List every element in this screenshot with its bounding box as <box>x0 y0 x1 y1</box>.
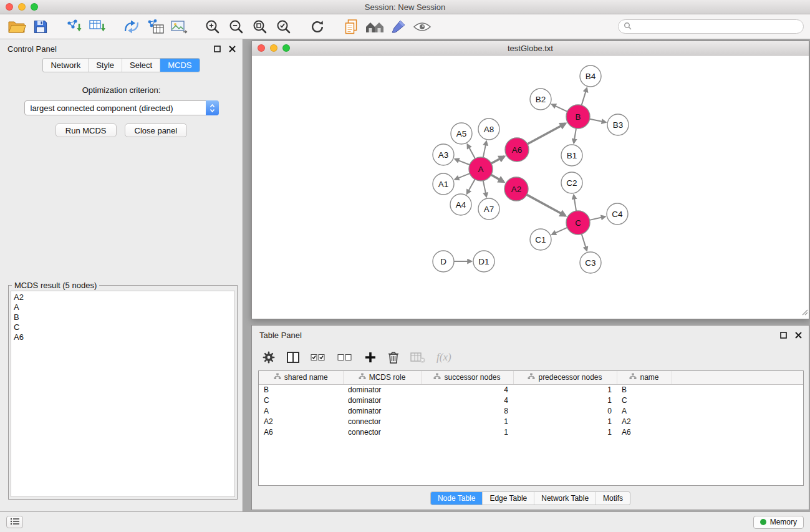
delete-row-icon[interactable] <box>388 351 399 364</box>
gear-icon[interactable] <box>262 351 276 364</box>
column-header-MCDS-role[interactable]: MCDS role <box>343 371 421 384</box>
network-window-titlebar[interactable]: testGlobe.txt <box>252 41 809 56</box>
node-A[interactable]: A <box>469 157 493 181</box>
duplicate-button[interactable] <box>339 16 363 37</box>
edge-A-A1[interactable] <box>455 173 470 180</box>
add-row-icon[interactable] <box>364 351 377 364</box>
search-field[interactable] <box>618 19 804 34</box>
table-tab-edge-table[interactable]: Edge Table <box>483 492 534 505</box>
network-canvas[interactable]: B4B2BB3A8A5A6B1A3AC2A1A2A4A7CC4C1C3DD1 <box>252 56 809 319</box>
zoom-selected-button[interactable] <box>272 16 296 37</box>
open-session-button[interactable] <box>5 16 29 37</box>
tab-select[interactable]: Select <box>122 59 160 72</box>
select-all-icon[interactable] <box>311 353 326 362</box>
search-input[interactable] <box>635 22 798 32</box>
tab-style[interactable]: Style <box>89 59 122 72</box>
edge-B-B2[interactable] <box>552 104 567 112</box>
node-A2[interactable]: A2 <box>504 177 528 201</box>
node-B3[interactable]: B3 <box>607 114 629 135</box>
node-B[interactable]: B <box>566 105 590 128</box>
criterion-dropdown[interactable]: largest connected component (directed) <box>24 100 219 115</box>
node-A4[interactable]: A4 <box>450 194 471 215</box>
close-panel-icon[interactable] <box>228 44 236 53</box>
edge-B-B1[interactable] <box>574 128 576 143</box>
zoom-out-button[interactable] <box>224 16 248 37</box>
edge-A-A3[interactable] <box>455 159 470 165</box>
node-A6[interactable]: A6 <box>505 138 529 162</box>
deselect-all-icon[interactable] <box>337 353 353 362</box>
run-mcds-button[interactable]: Run MCDS <box>55 123 117 137</box>
edge-A-A8[interactable] <box>483 142 486 158</box>
float-table-panel-icon[interactable] <box>779 331 788 339</box>
node-B1[interactable]: B1 <box>561 145 582 166</box>
export-image-button[interactable] <box>167 16 191 37</box>
column-header-name[interactable]: name <box>617 371 672 384</box>
save-session-button[interactable] <box>29 16 52 37</box>
import-table-button[interactable] <box>86 16 110 37</box>
close-table-panel-icon[interactable] <box>794 331 803 339</box>
node-D1[interactable]: D1 <box>473 251 494 272</box>
column-header-predecessor-nodes[interactable]: predecessor nodes <box>513 371 617 384</box>
node-B4[interactable]: B4 <box>580 65 601 87</box>
edge-A-A2[interactable] <box>491 175 504 181</box>
zoom-fit-button[interactable] <box>248 16 272 37</box>
edge-A-A7[interactable] <box>483 181 486 197</box>
import-network-button[interactable] <box>62 16 86 37</box>
table-row[interactable]: Cdominator41C <box>259 395 803 405</box>
eye-button[interactable] <box>410 16 434 37</box>
mcds-result-item[interactable]: A2 <box>14 293 232 302</box>
column-header-successor-nodes[interactable]: successor nodes <box>421 371 513 384</box>
mcds-result-item[interactable]: B <box>14 312 232 322</box>
node-C2[interactable]: C2 <box>561 172 582 193</box>
edge-C-C1[interactable] <box>552 228 567 235</box>
edge-A-A6[interactable] <box>491 157 504 163</box>
resize-grip-icon[interactable] <box>801 307 808 318</box>
refresh-button[interactable] <box>306 16 329 37</box>
tab-mcds[interactable]: MCDS <box>160 59 199 72</box>
mcds-result-list[interactable]: A2ABCA6 <box>11 291 235 497</box>
network-and-table-button[interactable] <box>143 16 167 37</box>
node-B2[interactable]: B2 <box>530 89 551 110</box>
node-C[interactable]: C <box>566 211 590 235</box>
node-C3[interactable]: C3 <box>580 252 601 273</box>
edge-A-A4[interactable] <box>467 180 475 194</box>
show-panels-button[interactable] <box>6 516 23 528</box>
edge-C-C2[interactable] <box>574 195 576 211</box>
node-C1[interactable]: C1 <box>530 229 551 250</box>
tab-network[interactable]: Network <box>43 59 89 72</box>
zoom-in-button[interactable] <box>201 16 224 37</box>
edge-A6-B[interactable] <box>528 123 566 144</box>
table-tab-network-table[interactable]: Network Table <box>534 492 596 505</box>
float-panel-icon[interactable] <box>213 44 221 53</box>
edge-C-C4[interactable] <box>590 216 605 220</box>
mcds-result-item[interactable]: A6 <box>14 332 232 342</box>
table-tab-motifs[interactable]: Motifs <box>596 492 630 505</box>
edge-C-C3[interactable] <box>582 234 587 251</box>
table-row[interactable]: Adominator80A <box>259 405 803 416</box>
home-button[interactable] <box>363 16 387 37</box>
node-A8[interactable]: A8 <box>478 118 499 140</box>
node-A7[interactable]: A7 <box>478 198 499 220</box>
table-toolbar: f(x) <box>252 344 809 370</box>
brush-button[interactable] <box>387 16 410 37</box>
close-panel-button[interactable]: Close panel <box>125 123 188 137</box>
table-row[interactable]: A6connector11A6 <box>259 427 803 437</box>
node-D[interactable]: D <box>433 251 454 272</box>
edge-B-B3[interactable] <box>590 119 606 122</box>
edge-A-A5[interactable] <box>468 145 475 159</box>
edge-B-B4[interactable] <box>582 88 587 105</box>
mcds-result-item[interactable]: A <box>14 302 232 312</box>
node-A3[interactable]: A3 <box>433 144 454 165</box>
node-A1[interactable]: A1 <box>433 173 454 195</box>
memory-button[interactable]: Memory <box>753 516 804 529</box>
export-network-button[interactable] <box>120 16 143 37</box>
table-tab-node-table[interactable]: Node Table <box>431 492 483 505</box>
node-A5[interactable]: A5 <box>451 123 472 144</box>
columns-icon[interactable] <box>287 352 299 363</box>
table-row[interactable]: Bdominator41B <box>259 384 803 395</box>
table-row[interactable]: A2connector11A2 <box>259 416 803 427</box>
edge-A2-C[interactable] <box>527 195 566 216</box>
node-C4[interactable]: C4 <box>607 203 628 225</box>
mcds-result-item[interactable]: C <box>14 322 232 332</box>
column-header-shared-name[interactable]: shared name <box>259 371 343 384</box>
